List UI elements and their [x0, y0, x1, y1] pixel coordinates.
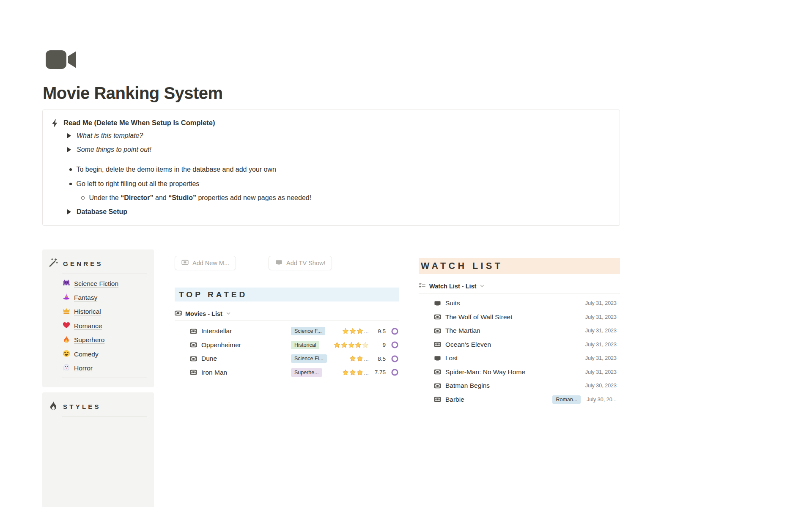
fire-icon	[63, 335, 70, 345]
watchlist-row[interactable]: Ocean's Eleven July 31, 2023	[419, 338, 620, 352]
star-rating	[333, 342, 369, 348]
toggle-arrow-icon[interactable]	[67, 147, 71, 152]
genres-header: GENRES	[42, 249, 154, 269]
watchlist-title[interactable]: Lost	[445, 354, 585, 362]
movie-title[interactable]: Interstellar	[201, 327, 291, 335]
watchlist-title[interactable]: Barbie	[445, 396, 552, 403]
movie-title[interactable]: Iron Man	[201, 369, 291, 376]
genre-tag: Historical	[291, 341, 319, 349]
genre-link-superhero[interactable]: Superhero	[42, 333, 154, 347]
status-ring-icon[interactable]	[391, 341, 399, 349]
movie-row[interactable]: Interstellar Science F... ... 9.5	[175, 324, 399, 338]
status-ring-icon[interactable]	[391, 368, 399, 376]
divider	[419, 293, 620, 293]
red-heart-icon	[63, 321, 70, 331]
watchlist-row[interactable]: The Martian July 31, 2023	[419, 324, 620, 338]
watch-list: Suits July 31, 2023 The Wolf of Wall Str…	[419, 296, 620, 406]
movie-title[interactable]: Dune	[201, 355, 291, 362]
film-frame-icon	[434, 313, 441, 321]
tv-icon	[434, 355, 441, 362]
top-rated-heading: TOP RATED	[175, 288, 399, 301]
rating-value: 9.5	[371, 328, 386, 334]
watch-list-heading: WATCH LIST	[419, 258, 620, 274]
star-rating: ...	[333, 355, 369, 362]
watchlist-row[interactable]: Barbie Roman... July 30, 20...	[419, 393, 620, 407]
ghost-icon	[63, 364, 70, 373]
lightning-bolt-icon	[50, 118, 60, 130]
movie-row[interactable]: Iron Man Superhe... ... 7.75	[175, 366, 399, 380]
genre-tag: Science Fi...	[291, 354, 327, 363]
genre-tag: Superhe...	[291, 368, 322, 377]
styles-header: STYLES	[42, 392, 154, 412]
genre-link-historical[interactable]: Historical	[42, 305, 154, 319]
watchlist-title[interactable]: The Wolf of Wall Street	[445, 313, 585, 321]
tv-icon	[434, 300, 441, 307]
watch-date: July 31, 2023	[585, 300, 620, 306]
rating-value: 8.5	[371, 356, 386, 362]
watchlist-row[interactable]: Spider-Man: No Way Home July 31, 2023	[419, 365, 620, 379]
divider	[62, 417, 147, 417]
watch-date: July 30, 2023	[585, 383, 620, 389]
watchlist-row[interactable]: The Wolf of Wall Street July 31, 2023	[419, 310, 620, 324]
watch-date: July 31, 2023	[585, 342, 620, 348]
toggle-database-setup[interactable]: Database Setup	[67, 208, 127, 216]
genre-tag: Science F...	[291, 327, 325, 335]
watch-list-column: WATCH LIST Watch List - List Suits July …	[419, 258, 620, 406]
chevron-down-icon[interactable]	[226, 310, 231, 317]
watch-date: July 31, 2023	[585, 369, 620, 375]
watchlist-title[interactable]: Suits	[445, 299, 585, 307]
video-camera-icon[interactable]	[45, 49, 77, 70]
genre-link-fantasy[interactable]: Fantasy	[42, 290, 154, 304]
genres-card: GENRES Science Fiction	[42, 249, 154, 387]
watchlist-row[interactable]: Batman Begins July 30, 2023	[419, 379, 620, 393]
film-frame-icon	[190, 341, 197, 348]
movie-row[interactable]: Oppenheimer Historical 9	[175, 338, 399, 352]
magic-wand-icon	[48, 258, 58, 269]
watchlist-title[interactable]: Ocean's Eleven	[445, 341, 585, 348]
movies-list: Interstellar Science F... ... 9.5 Oppenh…	[175, 324, 399, 379]
watch-date: July 31, 2023	[585, 355, 620, 361]
hollow-bullet-icon	[81, 196, 85, 200]
crown-icon	[63, 307, 70, 316]
movie-row[interactable]: Dune Science Fi... ... 8.5	[175, 352, 399, 366]
watchlist-row[interactable]: Suits July 31, 2023	[419, 296, 620, 310]
genre-link-science-fiction[interactable]: Science Fiction	[42, 277, 154, 290]
divider	[62, 274, 147, 274]
styles-title: STYLES	[63, 403, 101, 410]
genre-link-romance[interactable]: Romance	[42, 319, 154, 333]
movies-list-view-tab[interactable]: Movies - List	[175, 309, 399, 318]
toggle-what-is-template[interactable]: What is this template?	[67, 132, 143, 140]
watchlist-row[interactable]: Lost July 31, 2023	[419, 351, 620, 365]
bullet-icon	[69, 168, 72, 171]
rating-value: 7.75	[371, 369, 386, 375]
toggle-things-to-point-out[interactable]: Some things to point out!	[67, 146, 151, 153]
star-rating: ...	[333, 328, 369, 334]
rating-value: 9	[371, 342, 386, 348]
watchlist-title[interactable]: The Martian	[445, 327, 585, 334]
status-ring-icon[interactable]	[391, 327, 399, 335]
toggle-arrow-icon[interactable]	[67, 209, 71, 214]
bullet-icon	[69, 183, 72, 185]
genre-link-comedy[interactable]: Comedy	[42, 347, 154, 361]
divider	[67, 160, 613, 160]
alien-monster-icon	[63, 279, 70, 288]
add-new-movie-button[interactable]: Add New M...	[175, 256, 236, 270]
callout-title: Read Me (Delete Me When Setup Is Complet…	[63, 119, 215, 127]
star-rating: ...	[333, 369, 369, 376]
add-tv-show-button[interactable]: Add TV Show!	[269, 256, 332, 270]
dark-flame-icon	[48, 400, 58, 412]
genre-link-horror[interactable]: Horror	[42, 361, 154, 375]
film-frame-icon	[190, 328, 197, 335]
watch-list-view-tab[interactable]: Watch List - List	[419, 282, 620, 291]
film-frame-icon	[434, 382, 441, 389]
watch-date: July 31, 2023	[585, 328, 620, 334]
movie-title[interactable]: Oppenheimer	[201, 341, 291, 349]
divider	[62, 378, 147, 378]
toggle-arrow-icon[interactable]	[67, 133, 71, 138]
watchlist-title[interactable]: Spider-Man: No Way Home	[445, 368, 585, 376]
movies-column: Add New M... Add TV Show! TOP RATED	[175, 256, 399, 379]
chevron-down-icon[interactable]	[480, 283, 485, 290]
watchlist-title[interactable]: Batman Begins	[445, 382, 585, 389]
status-ring-icon[interactable]	[391, 355, 399, 363]
genres-title: GENRES	[63, 260, 103, 267]
